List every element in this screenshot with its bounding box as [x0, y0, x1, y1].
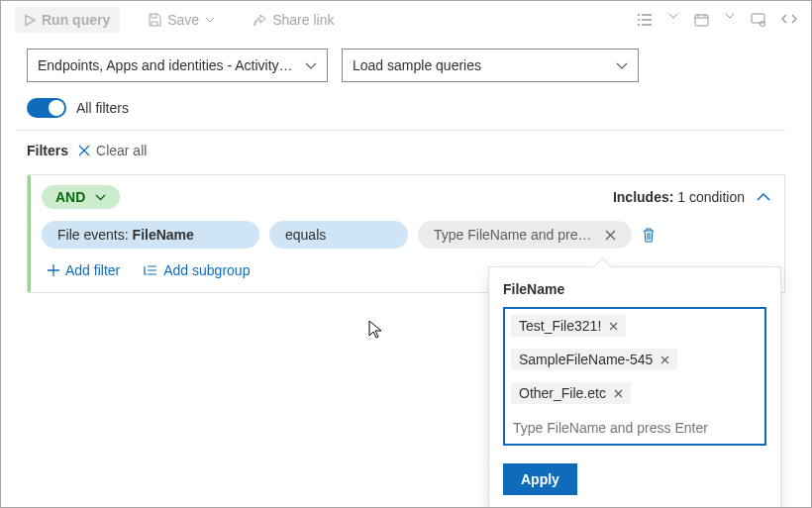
save-button[interactable]: Save — [138, 7, 225, 33]
tag-label: Other_File.etc — [519, 385, 606, 401]
code-view-icon[interactable] — [781, 13, 797, 27]
operator-chip[interactable]: equals — [269, 221, 408, 249]
filters-label: Filters — [27, 143, 68, 158]
share-label: Share link — [272, 12, 334, 28]
chevron-down-icon — [95, 194, 106, 201]
filename-popover: FileName Test_File321! SampleFileName-54… — [488, 266, 781, 508]
remove-tag-button[interactable] — [609, 322, 618, 331]
svg-point-2 — [761, 22, 765, 27]
subgroup-icon — [144, 264, 157, 276]
collapse-group-button[interactable] — [757, 193, 770, 201]
scope-dropdown-label: Endpoints, Apps and identities - Activit… — [38, 57, 293, 73]
tag-text-input[interactable] — [511, 416, 759, 436]
field-chip-prefix: File events: — [57, 227, 129, 243]
add-subgroup-button[interactable]: Add subgroup — [144, 262, 250, 278]
tag-item: SampleFileName-545 — [511, 349, 677, 370]
play-icon — [25, 14, 36, 27]
tag-label: Test_File321! — [519, 318, 601, 334]
all-filters-label: All filters — [76, 100, 129, 116]
value-chip-placeholder: Type FileName and press … — [434, 227, 593, 243]
save-icon — [148, 13, 161, 27]
clear-all-button[interactable]: Clear all — [78, 143, 147, 158]
add-subgroup-label: Add subgroup — [163, 262, 250, 278]
add-filter-label: Add filter — [65, 262, 120, 278]
plus-icon — [48, 264, 59, 276]
delete-condition-button[interactable] — [642, 227, 656, 243]
operator-chip-label: equals — [285, 227, 326, 243]
close-icon[interactable] — [605, 230, 616, 241]
clear-all-label: Clear all — [96, 143, 147, 158]
sample-queries-dropdown[interactable]: Load sample queries — [342, 49, 639, 82]
share-icon — [253, 14, 266, 27]
custom-query-icon[interactable] — [751, 13, 765, 27]
scope-dropdown[interactable]: Endpoints, Apps and identities - Activit… — [27, 49, 328, 82]
share-link-button[interactable]: Share link — [243, 7, 344, 33]
calendar-icon[interactable] — [694, 13, 709, 27]
chevron-down-icon — [305, 62, 317, 69]
svg-rect-0 — [695, 15, 708, 26]
list-view-icon[interactable] — [637, 13, 653, 27]
tag-item: Test_File321! — [511, 315, 626, 337]
chevron-down-icon[interactable] — [668, 13, 678, 27]
all-filters-toggle[interactable] — [27, 98, 66, 118]
chevron-down-icon — [616, 62, 628, 69]
tag-input-box[interactable]: Test_File321! SampleFileName-545 Other_F… — [503, 307, 766, 446]
remove-tag-button[interactable] — [660, 356, 669, 364]
group-operator-pill[interactable]: AND — [42, 185, 120, 209]
includes-summary: Includes: 1 condition — [613, 189, 745, 205]
run-query-button[interactable]: Run query — [15, 7, 120, 33]
chevron-down-icon — [205, 17, 215, 23]
add-filter-button[interactable]: Add filter — [48, 262, 120, 278]
field-chip[interactable]: File events: FileName — [42, 221, 259, 249]
field-chip-value: FileName — [133, 227, 194, 243]
cursor-icon — [368, 320, 382, 339]
popover-title: FileName — [503, 281, 766, 297]
close-icon — [78, 145, 90, 156]
chevron-down-icon[interactable] — [725, 13, 735, 27]
value-chip[interactable]: Type FileName and press … — [418, 221, 632, 249]
sample-queries-label: Load sample queries — [353, 57, 481, 73]
save-label: Save — [167, 12, 199, 28]
run-query-label: Run query — [42, 12, 110, 28]
group-operator-label: AND — [55, 189, 85, 205]
toolbar: Run query Save Share link — [1, 1, 811, 37]
tag-label: SampleFileName-545 — [519, 352, 653, 367]
apply-button[interactable]: Apply — [503, 463, 577, 495]
tag-item: Other_File.etc — [511, 382, 631, 404]
remove-tag-button[interactable] — [614, 389, 623, 398]
